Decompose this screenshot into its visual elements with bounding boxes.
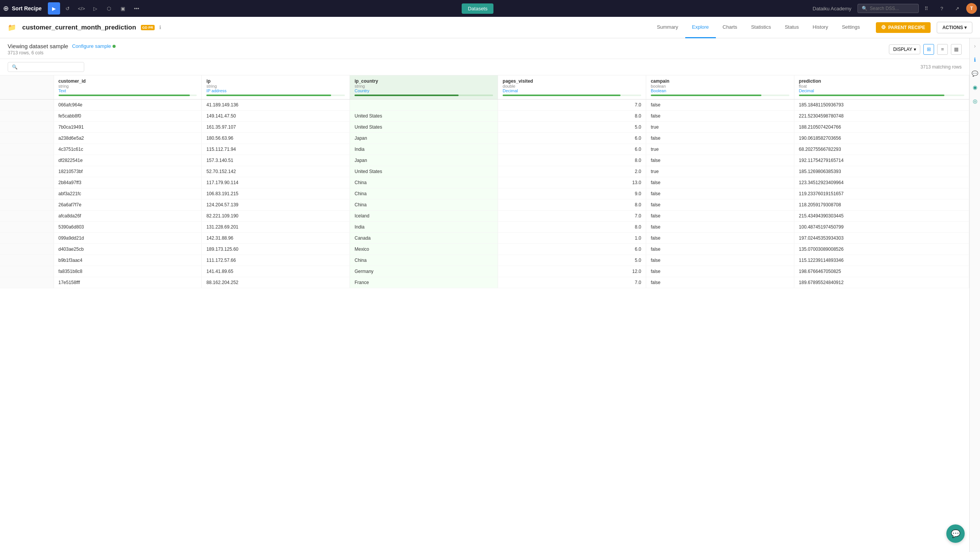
cell-ip_country: United States: [350, 111, 498, 122]
flow-icon[interactable]: ▶: [48, 2, 60, 15]
cell-ip: 117.179.90.114: [202, 177, 350, 188]
actions-button[interactable]: ACTIONS ▾: [937, 22, 972, 33]
refresh-icon[interactable]: ↺: [62, 2, 74, 15]
code-icon[interactable]: </>: [75, 2, 88, 15]
cell-ip: 82.221.109.190: [202, 211, 350, 222]
help-icon[interactable]: ?: [936, 2, 948, 15]
configure-sample-link[interactable]: Configure sample: [72, 43, 116, 49]
viewing-header: Viewing dataset sample Configure sample …: [0, 38, 969, 59]
table-row: 26a6af7f7e124.204.57.139China8.0false118…: [0, 199, 969, 211]
display-button[interactable]: DISPLAY ▾: [889, 44, 920, 54]
search-icon: 🔍: [862, 6, 867, 11]
search-box[interactable]: 🔍: [858, 4, 919, 13]
col-header-pages-visited[interactable]: pages_visited double Decimal: [498, 75, 646, 100]
play-icon[interactable]: ▷: [89, 2, 101, 15]
sidebar-info-icon[interactable]: ℹ: [970, 55, 980, 64]
col-header-customer-id[interactable]: customer_id string Text: [54, 75, 202, 100]
viewing-title: Viewing dataset sample: [8, 43, 68, 49]
cell-ip_country: [350, 100, 498, 111]
col-type: string: [354, 84, 493, 88]
search-input[interactable]: [870, 6, 916, 11]
matching-rows-count: 3713 matching rows: [921, 64, 962, 70]
table-row: 7b0ca19491161.35.97.107United States5.0t…: [0, 122, 969, 133]
gdpr-badge: GD PR: [141, 25, 155, 30]
avatar[interactable]: T: [966, 3, 977, 14]
cell-customer_id: 7b0ca19491: [54, 122, 202, 133]
col-name: ip_country: [354, 78, 493, 84]
cell-ip: 141.41.89.65: [202, 266, 350, 277]
sidebar-circle-icon[interactable]: ◉: [970, 83, 980, 92]
tab-settings[interactable]: Settings: [835, 17, 867, 38]
data-table-container[interactable]: customer_id string Text ip string IP add…: [0, 75, 969, 552]
row-index: [0, 244, 54, 255]
info-icon[interactable]: ℹ: [159, 24, 161, 30]
grid-view-icon[interactable]: ⊞: [923, 44, 934, 55]
cell-prediction: 135.07003089008526: [794, 244, 969, 255]
tab-statistics[interactable]: Statistics: [744, 17, 778, 38]
list-view-icon[interactable]: ≡: [937, 44, 948, 55]
dataset-header: 📁 customer_current_month_prediction GD P…: [0, 17, 980, 38]
cell-ip_country: India: [350, 144, 498, 155]
col-header-ip-country[interactable]: ip_country string Country: [350, 75, 498, 100]
app-logo: ⊕: [3, 4, 9, 13]
datasets-tab[interactable]: Datasets: [462, 3, 493, 14]
display-controls: DISPLAY ▾ ⊞ ≡ ▦: [889, 44, 962, 55]
chart-view-icon[interactable]: ▦: [951, 44, 962, 55]
cell-prediction: 192.11754279165714: [794, 155, 969, 166]
cell-customer_id: fa8351b8c8: [54, 266, 202, 277]
grid-icon[interactable]: ⠿: [920, 2, 933, 15]
col-header-campain[interactable]: campain boolean Boolean: [646, 75, 794, 100]
cell-campain: true: [646, 122, 794, 133]
row-index: [0, 188, 54, 199]
cell-pages_visited: 13.0: [498, 177, 646, 188]
tab-history[interactable]: History: [806, 17, 835, 38]
cell-pages_visited: 5.0: [498, 122, 646, 133]
row-index: [0, 133, 54, 144]
cell-ip_country: Canada: [350, 233, 498, 244]
sidebar-circle2-icon[interactable]: ◎: [970, 96, 980, 106]
col-type: string: [59, 84, 197, 88]
deploy-icon[interactable]: ⬡: [103, 2, 115, 15]
tab-nav: Summary Explore Charts Statistics Status…: [650, 17, 867, 38]
cell-customer_id: fe5cabb8f0: [54, 111, 202, 122]
chat-button[interactable]: 💬: [946, 524, 965, 543]
cell-ip_country: Iceland: [350, 211, 498, 222]
cell-ip_country: Germany: [350, 266, 498, 277]
col-type: float: [799, 84, 964, 88]
actions-label: ACTIONS: [942, 25, 963, 30]
table-search-container[interactable]: 🔍: [8, 62, 84, 72]
chevron-down-icon: ▾: [914, 47, 916, 52]
configure-sample-label: Configure sample: [72, 43, 111, 49]
gdpr-label: GD PR: [142, 26, 154, 29]
tab-summary[interactable]: Summary: [650, 17, 685, 38]
table-search-input[interactable]: [20, 64, 80, 70]
sidebar-expand-icon[interactable]: ›: [970, 41, 980, 51]
col-header-prediction[interactable]: prediction float Decimal: [794, 75, 969, 100]
cell-campain: false: [646, 199, 794, 211]
terminal-icon[interactable]: ▣: [117, 2, 129, 15]
row-index: [0, 166, 54, 177]
cell-prediction: 189.67895524840912: [794, 277, 969, 288]
tab-charts[interactable]: Charts: [716, 17, 744, 38]
chat-icon: 💬: [951, 529, 960, 538]
row-info: 3713 rows, 6 cols: [8, 50, 116, 56]
notifications-icon[interactable]: ↗: [951, 2, 963, 15]
cell-customer_id: 099a9dd21d: [54, 233, 202, 244]
cell-ip_country: China: [350, 188, 498, 199]
cell-ip_country: Japan: [350, 133, 498, 144]
parent-recipe-icon: ⭗: [881, 25, 886, 30]
sidebar-comment-icon[interactable]: 💬: [970, 69, 980, 78]
tab-status[interactable]: Status: [778, 17, 806, 38]
row-index: [0, 266, 54, 277]
dataiku-academy-link[interactable]: Dataiku Academy: [813, 6, 851, 11]
more-icon[interactable]: •••: [131, 2, 143, 15]
col-header-ip[interactable]: ip string IP address: [202, 75, 350, 100]
tab-explore[interactable]: Explore: [685, 17, 716, 38]
table-row: 18210573bf52.70.152.142United States2.0t…: [0, 166, 969, 177]
row-index: [0, 155, 54, 166]
cell-pages_visited: 7.0: [498, 211, 646, 222]
cell-customer_id: 5390a6d803: [54, 222, 202, 233]
parent-recipe-button[interactable]: ⭗ PARENT RECIPE: [876, 22, 930, 33]
dataset-name: customer_current_month_prediction: [22, 24, 136, 31]
cell-ip_country: China: [350, 177, 498, 188]
